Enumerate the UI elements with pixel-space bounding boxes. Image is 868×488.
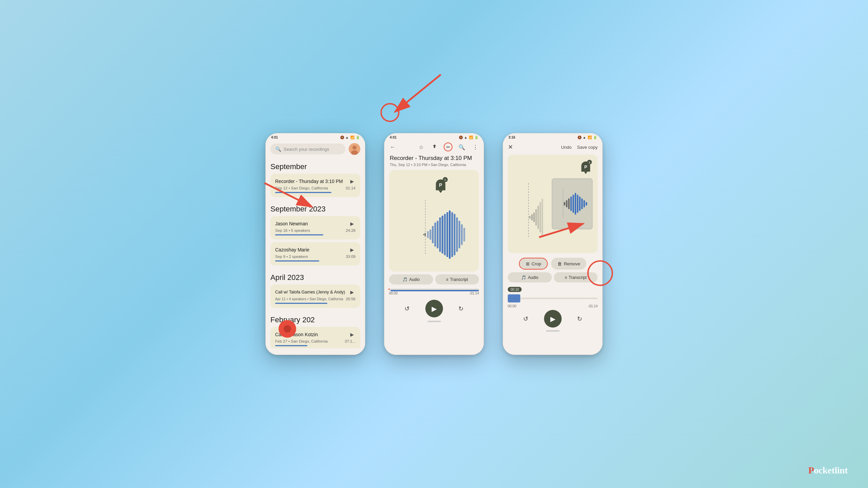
back-button[interactable]: ← [389,143,397,151]
progress-bar [275,192,332,193]
phone-1: 4:01 🔕 ▲ 📶 🔋 🔍 Search your recordings [265,133,366,355]
crop-time-badge: 00:10 [508,287,522,292]
crop-slider[interactable] [508,293,598,304]
recordings-list: September Recorder - Thursday at 3:10 PM… [266,158,365,348]
speaker-pin: 1 P [436,180,445,193]
recording-jason[interactable]: Jason Newman ▶ Sep 16 • 5 speakers 24:28 [271,216,360,240]
recording-cazoshay[interactable]: Cazoshay Marie ▶ Sep 9 • 2 speakers 33:0… [271,242,360,266]
svg-rect-39 [537,206,539,229]
status-icons-2: 🔕 ▲ 📶 🔋 [459,136,478,139]
svg-rect-9 [439,217,441,252]
play-button[interactable]: ▶ [425,300,443,318]
recording-duration: 01:14 [346,186,356,190]
remove-button[interactable]: 🗑 Remove [551,258,586,270]
star-button[interactable]: ☆ [417,143,426,151]
crop-waveform: 1 P [508,155,598,253]
tab-transcript[interactable]: ≡ Transcript [435,274,479,285]
crop-controls: ↺ ▶ ↻ [508,308,598,330]
record-fab[interactable] [279,320,296,338]
crop-header-actions: Undo Save copy [561,144,598,149]
recording-date-jason: Sep 16 • 5 speakers [275,228,310,232]
wifi-icon-3: ▲ [583,136,586,139]
play-icon-2[interactable]: ▶ [349,220,356,227]
transcript-tab-label: Transcript [450,277,468,282]
search-input-area[interactable]: 🔍 Search your recordings [271,144,346,155]
crop-actions: ⊞ Crop 🗑 Remove [503,255,603,272]
recording-meta-kotzin: Feb 27 • San Diego, California 37:1... [275,339,356,343]
more-button[interactable]: ⋮ [471,143,480,151]
search-button[interactable]: 🔍 [457,143,466,151]
section-september: September [271,158,360,174]
svg-rect-38 [535,209,537,226]
time-3: 3:16 [509,136,515,139]
svg-rect-16 [456,217,458,252]
recording-item[interactable]: Recorder - Thursday at 3:10 PM ▶ Sep 12 … [271,174,360,197]
svg-point-1 [353,146,357,150]
svg-rect-37 [533,212,535,222]
close-button[interactable]: ✕ [508,143,513,151]
search-placeholder: Search your recordings [284,146,329,151]
progress-bar-cazoshay [275,261,319,262]
crop-audio-label: Audio [528,275,538,280]
rewind-button[interactable]: ↺ [401,303,413,315]
remove-icon: 🗑 [557,261,562,266]
crop-range[interactable] [508,294,520,303]
recording-title-jason: Jason Newman [275,221,308,226]
crop-timeline: 00:10 00:00 -01:14 ↺ ▶ ↻ [503,285,603,334]
mute-icon-3: 🔕 [577,136,581,139]
crop-button[interactable]: ⊞ Crop [519,258,548,270]
play-icon[interactable]: ▶ [349,178,356,185]
recording-talofa[interactable]: Call w/ Talofa Games (Jenny & Andy) ▶ Ap… [271,285,360,308]
crop-forward-button[interactable]: ↻ [573,313,586,325]
wifi-icon: ▲ [346,136,349,139]
svg-rect-4 [427,231,429,238]
timeline-cursor [389,289,390,290]
crop-rewind-button[interactable]: ↺ [520,313,532,325]
battery-icon-3: 🔋 [593,136,597,139]
play-icon-4[interactable]: ▶ [349,289,356,296]
crop-transcript-icon: ≡ [565,275,567,280]
crop-tab-transcript[interactable]: ≡ Transcript [554,272,598,283]
svg-rect-10 [441,216,443,253]
crop-handle-bar [546,330,559,332]
section-sep-2023: September 2023 [271,200,360,216]
search-bar: 🔍 Search your recordings [266,141,365,158]
crop-speaker-badge: 1 [587,160,592,165]
svg-rect-12 [447,212,448,257]
status-bar-1: 4:01 🔕 ▲ 📶 🔋 [266,134,365,141]
pocketlint-text: ocketlint [814,465,848,475]
save-copy-button[interactable]: Save copy [577,144,598,149]
player-controls: 00:00 -01:14 ↺ ▶ ↻ [384,287,484,326]
bottom-handle [389,319,479,323]
recording-title-talofa: Call w/ Talofa Games (Jenny & Andy) [275,290,345,294]
svg-line-43 [395,75,441,112]
svg-rect-5 [430,229,431,240]
crop-track-rest [520,298,598,299]
pocketlint-p: P [808,465,814,475]
avatar[interactable] [349,143,360,155]
timeline[interactable] [389,289,479,290]
svg-rect-21 [423,234,424,235]
play-icon-3[interactable]: ▶ [349,246,356,253]
play-icon-5[interactable]: ▶ [349,331,356,338]
crop-play-button[interactable]: ▶ [544,310,561,328]
player-title: Recorder - Thursday at 3:10 PM [390,155,478,162]
svg-rect-11 [444,214,446,255]
signal-icon-3: 📶 [588,136,592,139]
tab-audio[interactable]: 🎵 Audio [389,274,433,285]
player-subtitle: Thu, Sep 12 • 3:10 PM • San Diego, Calif… [390,163,478,167]
forward-button[interactable]: ↻ [455,303,467,315]
svg-rect-18 [461,224,463,245]
status-bar-3: 3:16 🔕 ▲ 📶 🔋 [503,134,603,141]
player-header: ← ☆ ✂ 🔍 ⋮ [384,141,484,154]
scissors-button[interactable]: ✂ [444,143,453,151]
svg-rect-19 [463,228,465,242]
share-button[interactable] [430,143,439,151]
undo-button[interactable]: Undo [561,144,572,149]
progress-bar-kotzin [275,345,308,346]
crop-tab-audio[interactable]: 🎵 Audio [508,272,552,283]
timeline-remaining [391,290,479,291]
svg-rect-20 [425,233,426,236]
svg-rect-41 [541,199,543,236]
recording-duration-cazoshay: 33:09 [346,255,356,259]
